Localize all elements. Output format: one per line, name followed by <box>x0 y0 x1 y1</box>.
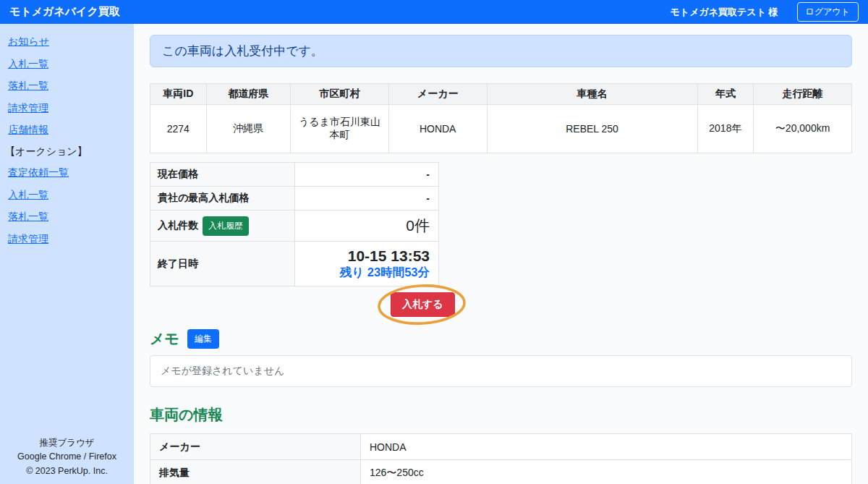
logout-button[interactable]: ログアウト <box>797 2 859 22</box>
bid-count-label: 入札件数 <box>158 219 198 231</box>
mileage-value: 〜20,000km <box>754 105 852 153</box>
col-year: 年式 <box>697 84 754 105</box>
main-content: この車両は入札受付中です。 車両ID 都道府県 市区町村 メーカー 車種名 年式… <box>134 24 868 484</box>
prefecture-value: 沖縄県 <box>206 105 290 153</box>
sidebar-footer: 推奨ブラウザ Google Chrome / Firefox © 2023 Pe… <box>0 436 134 484</box>
sidebar-item-wins[interactable]: 落札一覧 <box>0 75 134 98</box>
col-city: 市区町村 <box>290 84 388 105</box>
memo-heading: メモ <box>150 329 179 349</box>
col-maker: メーカー <box>388 84 487 105</box>
bid-info-table: 現在価格 - 貴社の最高入札価格 - 入札件数入札履歴 0件 終了日時 <box>150 162 439 286</box>
veh-displacement-value: 126〜250cc <box>361 460 852 484</box>
city-value: うるま市石川東山本町 <box>290 105 388 153</box>
vehicle-info-table: メーカー HONDA 排気量 126〜250cc 車種名 REBEL 250 年… <box>150 433 852 484</box>
veh-displacement-label: 排気量 <box>150 460 361 484</box>
vehicle-id-value: 2274 <box>150 105 207 153</box>
vehicle-info-heading: 車両の情報 <box>150 405 852 425</box>
year-value: 2018年 <box>697 105 754 153</box>
max-bid-row: 貴社の最高入札価格 - <box>150 187 439 211</box>
remaining-time: 残り 23時間53分 <box>302 265 430 281</box>
col-prefecture: 都道府県 <box>206 84 290 105</box>
bid-count-value-cell: 0件 <box>295 211 439 242</box>
top-bar: モトメガネバイク買取 モトメガネ買取テスト 様 ログアウト <box>0 0 868 24</box>
current-price-label: 現在価格 <box>150 163 295 187</box>
end-time-row: 終了日時 10-15 13:53 残り 23時間53分 <box>150 242 439 286</box>
sidebar-item-auction-wins[interactable]: 落札一覧 <box>0 206 134 229</box>
current-price-value: - <box>295 163 439 187</box>
model-value: REBEL 250 <box>487 105 697 153</box>
sidebar-item-store-info[interactable]: 店舗情報 <box>0 119 134 142</box>
col-vehicle-id: 車両ID <box>150 84 207 105</box>
max-bid-label: 貴社の最高入札価格 <box>150 187 295 211</box>
sidebar: お知らせ 入札一覧 落札一覧 請求管理 店舗情報 【オークション】 査定依頼一覧… <box>0 24 134 484</box>
app-title: モトメガネバイク買取 <box>9 5 120 19</box>
bidding-open-alert: この車両は入札受付中です。 <box>150 35 852 67</box>
sidebar-item-news[interactable]: お知らせ <box>0 31 134 54</box>
col-model: 車種名 <box>487 84 697 105</box>
end-time-cell: 10-15 13:53 残り 23時間53分 <box>295 242 439 286</box>
veh-maker-label: メーカー <box>150 434 361 460</box>
bid-history-button[interactable]: 入札履歴 <box>203 216 249 236</box>
logged-in-user: モトメガネ買取テスト 様 <box>671 6 778 19</box>
current-price-row: 現在価格 - <box>150 163 439 187</box>
vehicle-summary-table: 車両ID 都道府県 市区町村 メーカー 車種名 年式 走行距離 2274 沖縄県… <box>150 83 852 153</box>
sidebar-item-billing[interactable]: 請求管理 <box>0 98 134 120</box>
bid-action-area: 入札する <box>150 289 852 325</box>
sidebar-item-auction-bids[interactable]: 入札一覧 <box>0 184 134 207</box>
sidebar-item-bids[interactable]: 入札一覧 <box>0 54 134 76</box>
sidebar-item-assessment-requests[interactable]: 査定依頼一覧 <box>0 162 134 184</box>
bid-count-value: 0件 <box>406 217 430 234</box>
vehicle-info-row: メーカー HONDA <box>150 434 852 460</box>
sidebar-item-auction-billing[interactable]: 請求管理 <box>0 229 134 251</box>
memo-section-header: メモ 編集 <box>150 329 852 349</box>
veh-maker-value: HONDA <box>361 434 852 460</box>
col-mileage: 走行距離 <box>754 84 852 105</box>
maker-value: HONDA <box>388 105 487 153</box>
end-time-value: 10-15 13:53 <box>302 247 430 265</box>
bid-count-row: 入札件数入札履歴 0件 <box>150 211 439 242</box>
copyright: © 2023 PerkUp. Inc. <box>0 464 134 478</box>
sidebar-section-auction: 【オークション】 <box>0 142 134 163</box>
memo-empty-box: メモが登録されていません <box>150 355 852 387</box>
summary-data-row: 2274 沖縄県 うるま市石川東山本町 HONDA REBEL 250 2018… <box>150 105 852 153</box>
place-bid-button[interactable]: 入札する <box>391 292 455 317</box>
bid-count-cell: 入札件数入札履歴 <box>150 211 295 242</box>
vehicle-info-row: 排気量 126〜250cc <box>150 460 852 484</box>
browser-names: Google Chrome / Firefox <box>0 450 134 464</box>
memo-edit-button[interactable]: 編集 <box>187 329 219 349</box>
summary-header-row: 車両ID 都道府県 市区町村 メーカー 車種名 年式 走行距離 <box>150 84 852 105</box>
max-bid-value: - <box>295 187 439 211</box>
end-time-label: 終了日時 <box>150 242 295 286</box>
recommended-browser-label: 推奨ブラウザ <box>0 436 134 450</box>
